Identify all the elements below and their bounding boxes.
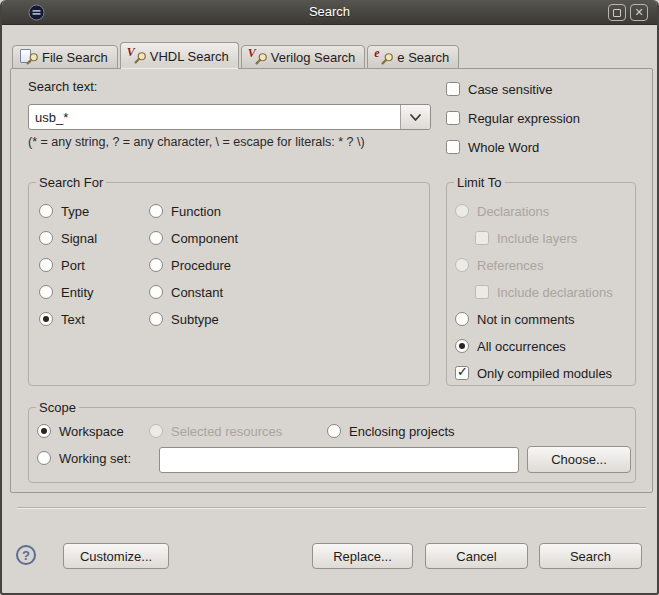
limit-to-option[interactable]: Include layers — [475, 229, 613, 247]
radio-option[interactable]: Constant — [149, 283, 238, 301]
checkbox-option[interactable]: Case sensitive — [446, 80, 580, 98]
checkbox-icon — [446, 82, 460, 96]
radio-icon — [37, 424, 51, 438]
radio-option[interactable]: Type — [39, 202, 97, 220]
enclosing-projects-radio[interactable]: Enclosing projects — [327, 422, 455, 440]
tab-label: Verilog Search — [271, 50, 356, 65]
tab[interactable]: V Verilog Search — [241, 45, 366, 69]
radio-icon — [149, 258, 163, 272]
group-title: Search For — [36, 175, 106, 190]
radio-icon — [149, 424, 163, 438]
radio-icon — [327, 424, 341, 438]
radio-option[interactable]: Function — [149, 202, 238, 220]
close-icon: ✕ — [634, 6, 643, 19]
tab-label: VHDL Search — [150, 49, 229, 64]
radio-option[interactable]: Text — [39, 310, 97, 328]
radio-option[interactable]: Component — [149, 229, 238, 247]
scope-group: Scope Workspace Selected resources Enclo… — [28, 407, 636, 483]
radio-icon — [455, 204, 469, 218]
working-set-radio[interactable]: Working set: — [37, 449, 131, 467]
tab[interactable]: File Search — [12, 45, 118, 69]
radio-option[interactable]: Procedure — [149, 256, 238, 274]
radio-icon — [39, 204, 53, 218]
radio-icon — [149, 204, 163, 218]
radio-icon — [39, 285, 53, 299]
tab[interactable]: V VHDL Search — [120, 42, 239, 69]
close-button[interactable]: ✕ — [630, 4, 648, 21]
working-set-input[interactable] — [159, 447, 519, 473]
limit-to-option[interactable]: Include declarations — [475, 283, 613, 301]
wildcard-hint: (* = any string, ? = any character, \ = … — [28, 135, 365, 149]
limit-to-option[interactable]: All occurrences — [455, 337, 613, 355]
radio-icon — [37, 451, 51, 465]
window-title: Search — [2, 4, 657, 19]
limit-to-option[interactable]: References — [455, 256, 613, 274]
radio-option[interactable]: Subtype — [149, 310, 238, 328]
workspace-radio[interactable]: Workspace — [37, 422, 149, 440]
search-for-col2: Function Component Procedure Constant Su… — [149, 202, 238, 337]
maximize-icon — [613, 9, 621, 17]
search-options: Case sensitive Regular expression Whole … — [446, 80, 580, 167]
checkbox-icon — [446, 140, 460, 154]
help-button[interactable]: ? — [16, 545, 36, 565]
radio-icon — [39, 258, 53, 272]
tab-search-icon: V — [127, 48, 146, 64]
radio-option[interactable]: Entity — [39, 283, 97, 301]
checkbox-icon — [475, 231, 489, 245]
radio-option[interactable]: Port — [39, 256, 97, 274]
search-text-input[interactable] — [29, 105, 400, 129]
maximize-button[interactable] — [608, 4, 626, 21]
radio-icon — [455, 339, 469, 353]
cancel-button[interactable]: Cancel — [425, 543, 528, 569]
checkbox-option[interactable]: Whole Word — [446, 138, 580, 156]
radio-icon — [455, 312, 469, 326]
tab-content: Search text: (* = any string, ? = any ch… — [10, 68, 653, 493]
footer-divider — [17, 507, 646, 508]
tab-search-icon: e — [374, 49, 393, 65]
checkbox-option[interactable]: Regular expression — [446, 109, 580, 127]
tab-search-icon: V — [248, 49, 267, 65]
radio-icon — [39, 312, 53, 326]
group-title: Limit To — [454, 175, 505, 190]
search-text-label: Search text: — [28, 79, 97, 94]
radio-icon — [149, 285, 163, 299]
limit-to-list: Declarations Include layers References I… — [455, 202, 613, 391]
replace-button[interactable]: Replace... — [312, 543, 413, 569]
customize-button[interactable]: Customize... — [63, 543, 169, 569]
tab-label: File Search — [42, 50, 108, 65]
tab-search-icon — [19, 49, 38, 65]
titlebar[interactable]: Search ✕ — [2, 0, 657, 25]
selected-resources-radio[interactable]: Selected resources — [149, 422, 327, 440]
limit-to-option[interactable]: Not in comments — [455, 310, 613, 328]
checkbox-icon — [455, 366, 469, 380]
limit-to-option[interactable]: Only compiled modules — [455, 364, 613, 382]
search-text-combo — [28, 104, 431, 130]
search-for-col1: Type Signal Port Entity Text — [39, 202, 97, 337]
radio-option[interactable]: Signal — [39, 229, 97, 247]
limit-to-group: Limit To Declarations Include layers Ref… — [446, 182, 636, 386]
search-for-group: Search For Type Signal Port Entity — [28, 182, 430, 386]
group-title: Scope — [36, 400, 79, 415]
search-button[interactable]: Search — [539, 543, 642, 569]
checkbox-icon — [475, 285, 489, 299]
scope-row-2: Working set: — [37, 449, 131, 467]
search-dialog: Search ✕ File Search V — [0, 0, 659, 595]
combo-dropdown-button[interactable] — [400, 105, 430, 129]
tab[interactable]: e e Search — [367, 45, 459, 69]
scope-row-1: Workspace Selected resources Enclosing p… — [37, 422, 455, 440]
radio-icon — [39, 231, 53, 245]
tab-label: e Search — [397, 50, 449, 65]
limit-to-option[interactable]: Declarations — [455, 202, 613, 220]
tab-bar: File Search V VHDL Search V — [12, 42, 461, 69]
radio-icon — [149, 312, 163, 326]
choose-button[interactable]: Choose... — [527, 446, 631, 473]
radio-icon — [149, 231, 163, 245]
radio-icon — [455, 258, 469, 272]
help-icon: ? — [22, 548, 30, 563]
chevron-down-icon — [409, 113, 422, 122]
checkbox-icon — [446, 111, 460, 125]
